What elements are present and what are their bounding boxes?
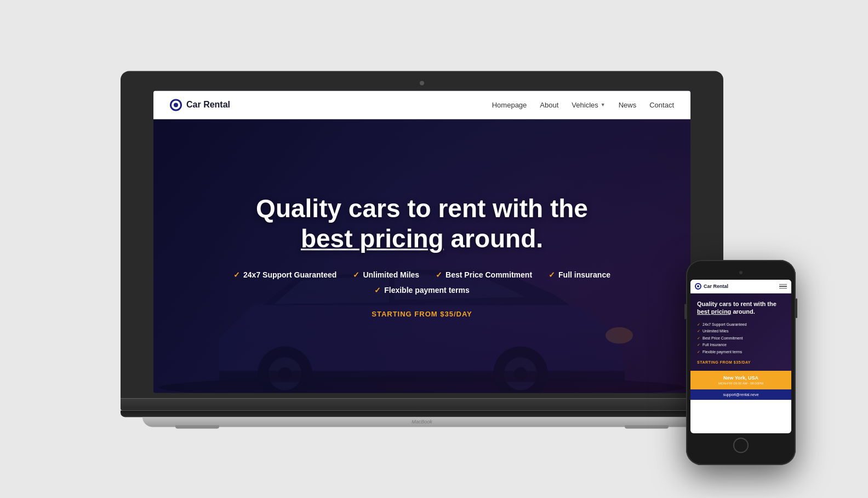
phone-feature-insurance: ✓ Full Insurance (697, 342, 785, 349)
phone-camera (739, 271, 743, 274)
feature-insurance: ✓ Full insurance (549, 271, 610, 280)
phone-feature-payment: ✓ Flexible payment terms (697, 349, 785, 356)
phone-hero-title: Quality cars to rent with the best prici… (697, 300, 785, 316)
hamburger-menu[interactable] (779, 284, 787, 289)
phone-check-icon: ✓ (697, 328, 700, 335)
laptop-camera (420, 81, 424, 85)
laptop-screen: Car Rental Homepage About Vehicles ▼ New… (153, 90, 690, 393)
nav-news[interactable]: News (619, 101, 637, 109)
website-nav: Car Rental Homepage About Vehicles ▼ New… (153, 90, 690, 119)
phone-body: Car Rental Quality cars to rent with the… (686, 260, 796, 465)
check-icon: ✓ (436, 271, 442, 280)
nav-homepage[interactable]: Homepage (492, 101, 527, 109)
laptop-base (142, 417, 701, 427)
laptop: Car Rental Homepage About Vehicles ▼ New… (121, 71, 723, 427)
phone-hero: Quality cars to rent with the best prici… (690, 293, 791, 371)
laptop-foot-right (625, 426, 669, 429)
phone-logo: Car Rental (695, 283, 728, 290)
phone-email-bar[interactable]: support@rental.neve (690, 389, 791, 400)
nav-contact[interactable]: Contact (649, 101, 674, 109)
hero-content: Quality cars to rent with the best prici… (230, 194, 614, 318)
phone-cta[interactable]: STARTING FROM $35/DAY (697, 360, 785, 364)
nav-about[interactable]: About (540, 101, 558, 109)
hamburger-line (779, 286, 787, 287)
car-wheel-icon (170, 99, 182, 111)
feature-miles: ✓ Unlimited Miles (353, 271, 419, 280)
phone-hours: MON-FRI 09:00 AM - 08:00PM (695, 382, 787, 385)
phone-nav: Car Rental (690, 280, 791, 293)
feature-payment: ✓ Flexible payment terms (374, 286, 470, 295)
check-icon: ✓ (233, 271, 240, 280)
phone-power-button (796, 298, 797, 318)
phone-car-wheel-icon (695, 283, 701, 290)
phone: Car Rental Quality cars to rent with the… (686, 260, 796, 465)
phone-check-icon: ✓ (697, 342, 700, 349)
laptop-foot-left (175, 426, 219, 429)
features-list: ✓ 24x7 Support Guaranteed ✓ Unlimited Mi… (230, 271, 614, 295)
website: Car Rental Homepage About Vehicles ▼ New… (153, 90, 690, 393)
feature-support: ✓ 24x7 Support Guaranteed (233, 271, 336, 280)
phone-home-button[interactable] (733, 438, 749, 453)
phone-location-bar[interactable]: New York, USA MON-FRI 09:00 AM - 08:00PM (690, 371, 791, 389)
nav-logo: Car Rental (170, 99, 230, 111)
phone-email-text: support@rental.neve (694, 393, 788, 397)
phone-city: New York, USA (695, 375, 787, 381)
phone-screen: Car Rental Quality cars to rent with the… (690, 280, 791, 433)
hamburger-line (779, 288, 787, 289)
nav-vehicles[interactable]: Vehicles ▼ (572, 101, 605, 109)
laptop-hinge (121, 411, 723, 417)
phone-notch (690, 269, 791, 276)
phone-features-list: ✓ 24x7 Support Guaranteed ✓ Unlimited Mi… (697, 321, 785, 356)
nav-links: Homepage About Vehicles ▼ News Contact (492, 101, 674, 109)
scene: Car Rental Homepage About Vehicles ▼ New… (0, 0, 868, 498)
phone-feature-price: ✓ Best Price Commitment (697, 335, 785, 342)
hamburger-line (779, 284, 787, 285)
svg-point-7 (606, 327, 633, 344)
phone-check-icon: ✓ (697, 321, 700, 329)
phone-check-icon: ✓ (697, 335, 700, 342)
cta-text[interactable]: STARTING FROM $35/DAY (230, 310, 614, 319)
nav-logo-text: Car Rental (186, 100, 230, 110)
feature-price: ✓ Best Price Commitment (436, 271, 532, 280)
laptop-bezel: Car Rental Homepage About Vehicles ▼ New… (121, 71, 723, 398)
phone-feature-support: ✓ 24x7 Support Guaranteed (697, 321, 785, 329)
check-icon: ✓ (374, 286, 381, 295)
phone-volume-button (684, 304, 686, 319)
laptop-bottom-bezel (121, 399, 723, 411)
hero-title: Quality cars to rent with the best prici… (230, 194, 614, 254)
phone-check-icon: ✓ (697, 349, 700, 356)
check-icon: ✓ (353, 271, 359, 280)
chevron-down-icon: ▼ (601, 102, 606, 107)
phone-feature-miles: ✓ Unlimited Miles (697, 328, 785, 335)
check-icon: ✓ (549, 271, 555, 280)
